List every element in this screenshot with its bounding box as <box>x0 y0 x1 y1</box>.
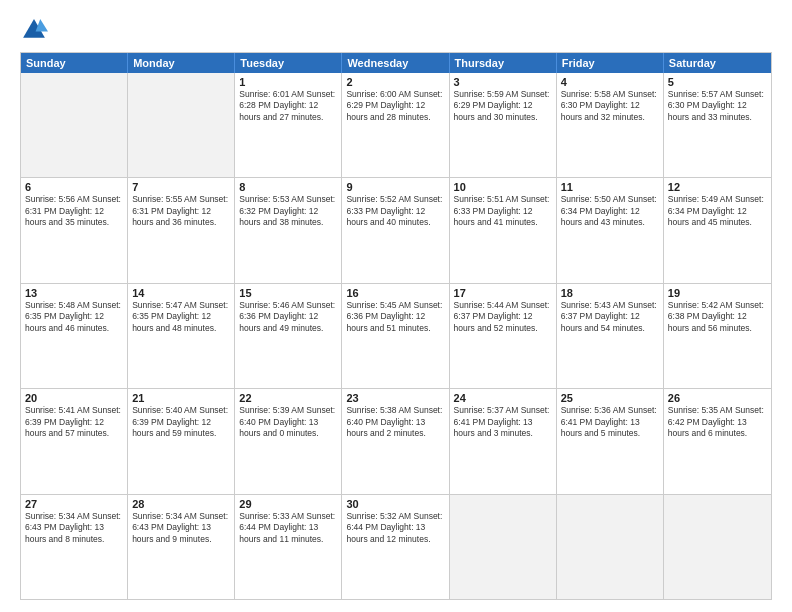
cal-cell-12: 12Sunrise: 5:49 AM Sunset: 6:34 PM Dayli… <box>664 178 771 282</box>
cell-info: Sunrise: 5:44 AM Sunset: 6:37 PM Dayligh… <box>454 300 552 334</box>
cal-cell-26: 26Sunrise: 5:35 AM Sunset: 6:42 PM Dayli… <box>664 389 771 493</box>
cell-info: Sunrise: 5:43 AM Sunset: 6:37 PM Dayligh… <box>561 300 659 334</box>
cal-cell-9: 9Sunrise: 5:52 AM Sunset: 6:33 PM Daylig… <box>342 178 449 282</box>
day-number: 12 <box>668 181 767 193</box>
day-number: 24 <box>454 392 552 404</box>
cal-cell-30: 30Sunrise: 5:32 AM Sunset: 6:44 PM Dayli… <box>342 495 449 599</box>
cal-cell-19: 19Sunrise: 5:42 AM Sunset: 6:38 PM Dayli… <box>664 284 771 388</box>
cell-info: Sunrise: 5:45 AM Sunset: 6:36 PM Dayligh… <box>346 300 444 334</box>
day-number: 25 <box>561 392 659 404</box>
cell-info: Sunrise: 6:01 AM Sunset: 6:28 PM Dayligh… <box>239 89 337 123</box>
header-day-monday: Monday <box>128 53 235 73</box>
cell-info: Sunrise: 5:46 AM Sunset: 6:36 PM Dayligh… <box>239 300 337 334</box>
cal-cell-18: 18Sunrise: 5:43 AM Sunset: 6:37 PM Dayli… <box>557 284 664 388</box>
day-number: 22 <box>239 392 337 404</box>
cal-cell-25: 25Sunrise: 5:36 AM Sunset: 6:41 PM Dayli… <box>557 389 664 493</box>
calendar-body: 1Sunrise: 6:01 AM Sunset: 6:28 PM Daylig… <box>21 73 771 599</box>
cell-info: Sunrise: 5:49 AM Sunset: 6:34 PM Dayligh… <box>668 194 767 228</box>
day-number: 4 <box>561 76 659 88</box>
cal-cell-6: 6Sunrise: 5:56 AM Sunset: 6:31 PM Daylig… <box>21 178 128 282</box>
day-number: 10 <box>454 181 552 193</box>
cal-cell-7: 7Sunrise: 5:55 AM Sunset: 6:31 PM Daylig… <box>128 178 235 282</box>
cal-cell-14: 14Sunrise: 5:47 AM Sunset: 6:35 PM Dayli… <box>128 284 235 388</box>
cell-info: Sunrise: 5:35 AM Sunset: 6:42 PM Dayligh… <box>668 405 767 439</box>
header-day-thursday: Thursday <box>450 53 557 73</box>
cell-info: Sunrise: 5:39 AM Sunset: 6:40 PM Dayligh… <box>239 405 337 439</box>
day-number: 9 <box>346 181 444 193</box>
day-number: 18 <box>561 287 659 299</box>
cal-cell-24: 24Sunrise: 5:37 AM Sunset: 6:41 PM Dayli… <box>450 389 557 493</box>
cal-cell-5: 5Sunrise: 5:57 AM Sunset: 6:30 PM Daylig… <box>664 73 771 177</box>
cell-info: Sunrise: 5:56 AM Sunset: 6:31 PM Dayligh… <box>25 194 123 228</box>
cell-info: Sunrise: 5:57 AM Sunset: 6:30 PM Dayligh… <box>668 89 767 123</box>
day-number: 19 <box>668 287 767 299</box>
cal-cell-empty-4-6 <box>664 495 771 599</box>
cell-info: Sunrise: 5:51 AM Sunset: 6:33 PM Dayligh… <box>454 194 552 228</box>
cal-cell-empty-4-4 <box>450 495 557 599</box>
day-number: 17 <box>454 287 552 299</box>
cal-cell-21: 21Sunrise: 5:40 AM Sunset: 6:39 PM Dayli… <box>128 389 235 493</box>
cal-cell-28: 28Sunrise: 5:34 AM Sunset: 6:43 PM Dayli… <box>128 495 235 599</box>
cal-cell-17: 17Sunrise: 5:44 AM Sunset: 6:37 PM Dayli… <box>450 284 557 388</box>
cal-cell-16: 16Sunrise: 5:45 AM Sunset: 6:36 PM Dayli… <box>342 284 449 388</box>
day-number: 30 <box>346 498 444 510</box>
logo-icon <box>20 16 48 44</box>
day-number: 14 <box>132 287 230 299</box>
calendar-row-1: 6Sunrise: 5:56 AM Sunset: 6:31 PM Daylig… <box>21 177 771 282</box>
cell-info: Sunrise: 6:00 AM Sunset: 6:29 PM Dayligh… <box>346 89 444 123</box>
day-number: 28 <box>132 498 230 510</box>
cell-info: Sunrise: 5:58 AM Sunset: 6:30 PM Dayligh… <box>561 89 659 123</box>
cal-cell-4: 4Sunrise: 5:58 AM Sunset: 6:30 PM Daylig… <box>557 73 664 177</box>
header-day-saturday: Saturday <box>664 53 771 73</box>
cal-cell-1: 1Sunrise: 6:01 AM Sunset: 6:28 PM Daylig… <box>235 73 342 177</box>
day-number: 11 <box>561 181 659 193</box>
cell-info: Sunrise: 5:38 AM Sunset: 6:40 PM Dayligh… <box>346 405 444 439</box>
cell-info: Sunrise: 5:34 AM Sunset: 6:43 PM Dayligh… <box>25 511 123 545</box>
calendar: SundayMondayTuesdayWednesdayThursdayFrid… <box>20 52 772 600</box>
cal-cell-15: 15Sunrise: 5:46 AM Sunset: 6:36 PM Dayli… <box>235 284 342 388</box>
cal-cell-13: 13Sunrise: 5:48 AM Sunset: 6:35 PM Dayli… <box>21 284 128 388</box>
cal-cell-22: 22Sunrise: 5:39 AM Sunset: 6:40 PM Dayli… <box>235 389 342 493</box>
cell-info: Sunrise: 5:47 AM Sunset: 6:35 PM Dayligh… <box>132 300 230 334</box>
cal-cell-10: 10Sunrise: 5:51 AM Sunset: 6:33 PM Dayli… <box>450 178 557 282</box>
cal-cell-8: 8Sunrise: 5:53 AM Sunset: 6:32 PM Daylig… <box>235 178 342 282</box>
cal-cell-empty-0-0 <box>21 73 128 177</box>
cal-cell-3: 3Sunrise: 5:59 AM Sunset: 6:29 PM Daylig… <box>450 73 557 177</box>
logo <box>20 16 54 44</box>
day-number: 21 <box>132 392 230 404</box>
day-number: 2 <box>346 76 444 88</box>
cell-info: Sunrise: 5:48 AM Sunset: 6:35 PM Dayligh… <box>25 300 123 334</box>
cell-info: Sunrise: 5:52 AM Sunset: 6:33 PM Dayligh… <box>346 194 444 228</box>
day-number: 7 <box>132 181 230 193</box>
header-day-sunday: Sunday <box>21 53 128 73</box>
cell-info: Sunrise: 5:55 AM Sunset: 6:31 PM Dayligh… <box>132 194 230 228</box>
day-number: 29 <box>239 498 337 510</box>
cell-info: Sunrise: 5:50 AM Sunset: 6:34 PM Dayligh… <box>561 194 659 228</box>
day-number: 13 <box>25 287 123 299</box>
cell-info: Sunrise: 5:34 AM Sunset: 6:43 PM Dayligh… <box>132 511 230 545</box>
cell-info: Sunrise: 5:42 AM Sunset: 6:38 PM Dayligh… <box>668 300 767 334</box>
cell-info: Sunrise: 5:36 AM Sunset: 6:41 PM Dayligh… <box>561 405 659 439</box>
day-number: 6 <box>25 181 123 193</box>
cell-info: Sunrise: 5:41 AM Sunset: 6:39 PM Dayligh… <box>25 405 123 439</box>
day-number: 8 <box>239 181 337 193</box>
cell-info: Sunrise: 5:40 AM Sunset: 6:39 PM Dayligh… <box>132 405 230 439</box>
cal-cell-23: 23Sunrise: 5:38 AM Sunset: 6:40 PM Dayli… <box>342 389 449 493</box>
cell-info: Sunrise: 5:59 AM Sunset: 6:29 PM Dayligh… <box>454 89 552 123</box>
day-number: 3 <box>454 76 552 88</box>
cal-cell-empty-0-1 <box>128 73 235 177</box>
page-header <box>20 16 772 44</box>
cal-cell-29: 29Sunrise: 5:33 AM Sunset: 6:44 PM Dayli… <box>235 495 342 599</box>
cell-info: Sunrise: 5:33 AM Sunset: 6:44 PM Dayligh… <box>239 511 337 545</box>
calendar-header: SundayMondayTuesdayWednesdayThursdayFrid… <box>21 53 771 73</box>
cal-cell-empty-4-5 <box>557 495 664 599</box>
cal-cell-20: 20Sunrise: 5:41 AM Sunset: 6:39 PM Dayli… <box>21 389 128 493</box>
header-day-friday: Friday <box>557 53 664 73</box>
day-number: 20 <box>25 392 123 404</box>
calendar-row-4: 27Sunrise: 5:34 AM Sunset: 6:43 PM Dayli… <box>21 494 771 599</box>
cell-info: Sunrise: 5:53 AM Sunset: 6:32 PM Dayligh… <box>239 194 337 228</box>
header-day-wednesday: Wednesday <box>342 53 449 73</box>
cell-info: Sunrise: 5:32 AM Sunset: 6:44 PM Dayligh… <box>346 511 444 545</box>
calendar-row-2: 13Sunrise: 5:48 AM Sunset: 6:35 PM Dayli… <box>21 283 771 388</box>
day-number: 5 <box>668 76 767 88</box>
